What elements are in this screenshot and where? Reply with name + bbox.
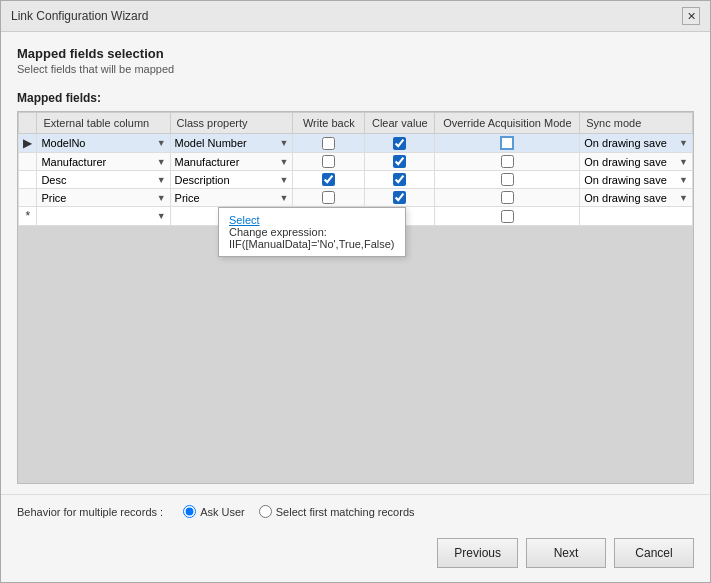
cell-external: ModelNo ▼ (37, 134, 170, 153)
cell-sync: On drawing save ▼ (580, 171, 693, 189)
radio-ask-user-label: Ask User (200, 506, 245, 518)
table-row: Desc ▼ Description ▼ (19, 171, 693, 189)
mapped-fields-table-container: External table column Class property Wri… (17, 111, 694, 484)
behavior-label: Behavior for multiple records : (17, 506, 163, 518)
override-checkbox[interactable] (501, 155, 514, 168)
cell-writeback[interactable] (293, 189, 365, 207)
cell-external: Price ▼ (37, 189, 170, 207)
row-indicator: ▶ (19, 134, 37, 153)
dropdown-arrow-icon[interactable]: ▼ (157, 193, 166, 203)
dropdown-arrow-icon[interactable]: ▼ (679, 138, 688, 148)
class-value: Manufacturer (175, 156, 240, 168)
previous-button[interactable]: Previous (437, 538, 518, 568)
dropdown-arrow-icon[interactable]: ▼ (679, 193, 688, 203)
cell-sync-new (580, 207, 693, 226)
sync-value: On drawing save (584, 192, 667, 204)
close-button[interactable]: ✕ (682, 7, 700, 25)
writeback-checkbox[interactable] (322, 155, 335, 168)
cell-class: Manufacturer ▼ (170, 153, 293, 171)
cell-writeback[interactable] (293, 134, 365, 153)
override-checkbox[interactable] (501, 173, 514, 186)
dropdown-arrow-icon[interactable]: ▼ (157, 211, 166, 221)
radio-ask-user[interactable]: Ask User (183, 505, 245, 518)
dropdown-arrow-icon[interactable]: ▼ (157, 138, 166, 148)
dropdown-arrow-icon[interactable]: ▼ (679, 175, 688, 185)
cell-override[interactable] (435, 153, 580, 171)
cell-writeback[interactable] (293, 153, 365, 171)
external-value: Price (41, 192, 66, 204)
cell-clear[interactable] (365, 134, 435, 153)
dialog-title: Link Configuration Wizard (11, 9, 148, 23)
external-value: ModelNo (41, 137, 85, 149)
dropdown-arrow-icon[interactable]: ▼ (280, 175, 289, 185)
behavior-section: Behavior for multiple records : Ask User… (1, 494, 710, 528)
cell-clear[interactable] (365, 171, 435, 189)
override-active-indicator[interactable] (500, 136, 514, 150)
cell-class: Model Number ▼ (170, 134, 293, 153)
writeback-checkbox[interactable] (322, 173, 335, 186)
dialog-window: Link Configuration Wizard ✕ Mapped field… (0, 0, 711, 583)
override-checkbox-new[interactable] (501, 210, 514, 223)
dropdown-arrow-icon[interactable]: ▼ (679, 157, 688, 167)
cell-class: Price ▼ (170, 189, 293, 207)
cell-external-new[interactable]: ▼ (37, 207, 170, 226)
table-header-row: External table column Class property Wri… (19, 113, 693, 134)
writeback-checkbox[interactable] (322, 191, 335, 204)
col-header-override: Override Acquisition Mode (435, 113, 580, 134)
col-header-clear: Clear value (365, 113, 435, 134)
override-checkbox[interactable] (501, 191, 514, 204)
cell-sync: On drawing save ▼ (580, 153, 693, 171)
radio-first-match-label: Select first matching records (276, 506, 415, 518)
cell-override[interactable] (435, 189, 580, 207)
cell-sync: On drawing save ▼ (580, 134, 693, 153)
cell-override[interactable] (435, 134, 580, 153)
clear-checkbox[interactable] (393, 173, 406, 186)
dropdown-arrow-icon[interactable]: ▼ (280, 138, 289, 148)
cancel-button[interactable]: Cancel (614, 538, 694, 568)
class-value: Description (175, 174, 230, 186)
button-row: Previous Next Cancel (1, 528, 710, 582)
table-row: Manufacturer ▼ Manufacturer ▼ (19, 153, 693, 171)
table-row: Price ▼ Price ▼ (19, 189, 693, 207)
clear-checkbox[interactable] (393, 155, 406, 168)
tooltip-expression-value: IIF([ManualData]='No',True,False) (229, 238, 395, 250)
next-button[interactable]: Next (526, 538, 606, 568)
tooltip-change-expression: Change expression: (229, 226, 395, 238)
col-header-indicator (19, 113, 37, 134)
new-row-indicator: * (19, 207, 37, 226)
class-value: Price (175, 192, 200, 204)
clear-checkbox[interactable] (393, 137, 406, 150)
cell-class: Description ▼ (170, 171, 293, 189)
row-indicator (19, 171, 37, 189)
dropdown-arrow-icon[interactable]: ▼ (280, 193, 289, 203)
row-indicator (19, 153, 37, 171)
dialog-content: Mapped fields selection Select fields th… (1, 32, 710, 494)
clear-checkbox[interactable] (393, 191, 406, 204)
cell-clear[interactable] (365, 153, 435, 171)
dropdown-arrow-icon[interactable]: ▼ (157, 175, 166, 185)
row-indicator (19, 189, 37, 207)
section-subtitle: Select fields that will be mapped (17, 63, 694, 75)
mapped-fields-label: Mapped fields: (17, 91, 694, 105)
radio-first-match-input[interactable] (259, 505, 272, 518)
radio-first-match[interactable]: Select first matching records (259, 505, 415, 518)
sync-value: On drawing save (584, 174, 667, 186)
table-row: ▶ ModelNo ▼ Model Number ▼ (19, 134, 693, 153)
col-header-sync: Sync mode (580, 113, 693, 134)
cell-override-new[interactable] (435, 207, 580, 226)
cell-override[interactable] (435, 171, 580, 189)
cell-clear[interactable] (365, 189, 435, 207)
writeback-checkbox[interactable] (322, 137, 335, 150)
col-header-writeback: Write back (293, 113, 365, 134)
tooltip-popup: Select Change expression: IIF([ManualDat… (218, 207, 406, 257)
cell-writeback[interactable] (293, 171, 365, 189)
external-value: Manufacturer (41, 156, 106, 168)
tooltip-link[interactable]: Select (229, 214, 260, 226)
dropdown-arrow-icon[interactable]: ▼ (157, 157, 166, 167)
radio-ask-user-input[interactable] (183, 505, 196, 518)
cell-external: Manufacturer ▼ (37, 153, 170, 171)
title-bar: Link Configuration Wizard ✕ (1, 1, 710, 32)
external-value: Desc (41, 174, 66, 186)
dropdown-arrow-icon[interactable]: ▼ (280, 157, 289, 167)
cell-external: Desc ▼ (37, 171, 170, 189)
